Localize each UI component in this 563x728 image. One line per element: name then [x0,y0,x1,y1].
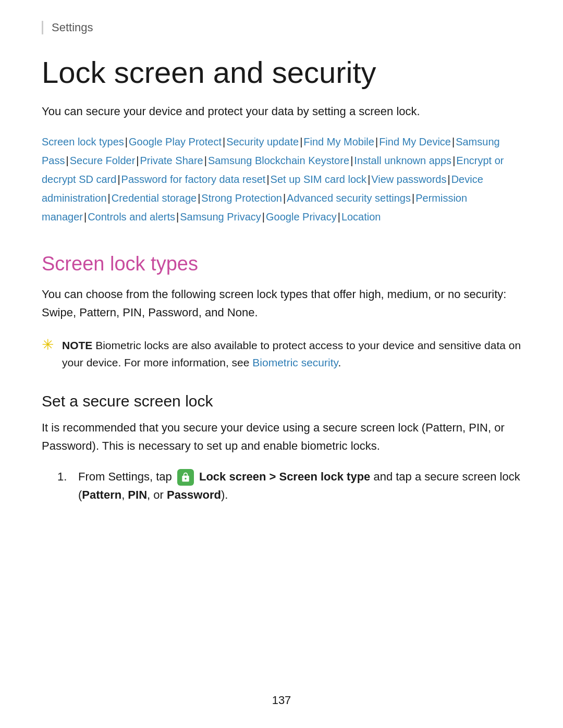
step-1-pattern: Pattern [82,488,121,501]
nav-link-find-my-device[interactable]: Find My Device [379,136,451,147]
breadcrumb: Settings [42,21,521,34]
step-item-1: 1. From Settings, tap Lock screen > Scre… [57,467,521,504]
nav-link-sim-card-lock[interactable]: Set up SIM card lock [271,174,367,185]
nav-link-samsung-blockchain-keystore[interactable]: Samsung Blockchain Keystore [208,155,349,166]
page-title: Lock screen and security [42,55,521,90]
note-label: NOTE [62,339,92,351]
nav-link-strong-protection[interactable]: Strong Protection [201,192,282,204]
nav-link-password-factory-reset[interactable]: Password for factory data reset [121,174,266,185]
breadcrumb-text: Settings [52,21,93,34]
note-text: NOTE Biometric locks are also available … [62,337,521,372]
nav-link-samsung-privacy[interactable]: Samsung Privacy [180,211,261,223]
nav-link-secure-folder[interactable]: Secure Folder [70,155,136,166]
step-content-1: From Settings, tap Lock screen > Screen … [78,467,521,504]
nav-link-security-update[interactable]: Security update [226,136,299,147]
subsection-title-secure-screen-lock: Set a secure screen lock [42,392,521,410]
step-list: 1. From Settings, tap Lock screen > Scre… [57,467,521,504]
page-container: Settings Lock screen and security You ca… [0,0,563,728]
lock-svg [180,472,191,483]
nav-link-google-play-protect[interactable]: Google Play Protect [129,136,222,147]
page-footer: 137 [0,694,563,707]
section-body-screen-lock-types: You can choose from the following screen… [42,285,521,322]
subsection-body-secure-screen-lock: It is recommended that you secure your d… [42,418,521,455]
nav-link-screen-lock-types[interactable]: Screen lock types [42,136,124,147]
nav-link-view-passwords[interactable]: View passwords [371,174,446,185]
nav-link-find-my-mobile[interactable]: Find My Mobile [303,136,374,147]
nav-link-controls-alerts[interactable]: Controls and alerts [88,211,175,223]
nav-link-credential-storage[interactable]: Credential storage [112,192,197,204]
note-period: . [338,356,341,368]
nav-links: Screen lock types|Google Play Protect|Se… [42,132,521,226]
nav-link-install-unknown-apps[interactable]: Install unknown apps [354,155,451,166]
note-icon: ✳ [42,338,54,352]
step-1-password: Password [167,488,221,501]
nav-link-location[interactable]: Location [341,211,381,223]
intro-text: You can secure your device and protect y… [42,103,521,120]
step-1-bold-nav: Lock screen > Screen lock type [199,470,370,483]
nav-link-private-share[interactable]: Private Share [140,155,203,166]
page-number: 137 [272,694,291,707]
nav-link-advanced-security[interactable]: Advanced security settings [287,192,411,204]
section-title-screen-lock-types: Screen lock types [42,252,521,276]
note-biometric-link[interactable]: Biometric security [252,356,338,368]
note-box: ✳ NOTE Biometric locks are also availabl… [42,337,521,372]
step-number-1: 1. [57,467,73,486]
lock-screen-icon [177,469,194,486]
nav-link-google-privacy[interactable]: Google Privacy [266,211,337,223]
step-1-pin: PIN [128,488,147,501]
